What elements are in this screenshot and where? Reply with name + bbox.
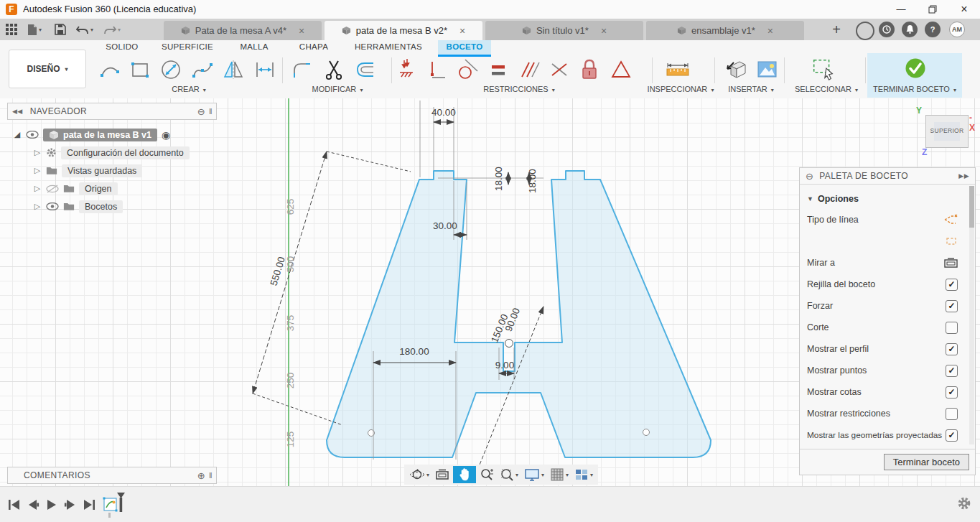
circle-tool-icon[interactable]	[157, 56, 185, 83]
ribbon-tab-herramientas[interactable]: HERRAMIENTAS	[345, 40, 432, 55]
rectangle-tool-icon[interactable]	[126, 56, 154, 83]
finish-sketch-group[interactable]: TERMINAR BOCETO ▾	[867, 53, 962, 98]
mostrar-puntos-checkbox[interactable]: ✓	[946, 365, 958, 377]
remove-panel-icon[interactable]: ⊖	[197, 106, 205, 117]
look-at-button[interactable]	[433, 466, 452, 483]
view-cube[interactable]: SUPERIOR Y -X Z	[925, 115, 969, 148]
mostrar-cotas-checkbox[interactable]: ✓	[946, 386, 958, 399]
timeline-settings-gear-icon[interactable]	[957, 496, 971, 513]
mostrar-restricciones-checkbox[interactable]	[946, 408, 958, 420]
scrollbar-thumb[interactable]	[969, 186, 974, 228]
document-node[interactable]: pata de la mesa B v1	[43, 129, 157, 141]
ribbon-tab-chapa[interactable]: CHAPA	[286, 40, 342, 55]
measure-tool-icon[interactable]	[664, 56, 691, 83]
ribbon-tab-superficie[interactable]: SUPERFICIE	[152, 40, 223, 55]
sketch-dimension-tool-icon[interactable]	[251, 56, 279, 83]
expander-icon[interactable]: ▷	[33, 148, 42, 157]
perpendicular-constraint-icon[interactable]	[546, 56, 573, 83]
job-status-icon[interactable]	[856, 22, 874, 40]
help-icon[interactable]: ?	[925, 22, 941, 37]
viewports-button[interactable]: ▾	[572, 466, 595, 483]
navigator-item-configuracion[interactable]: ▷ Configuración del documento	[7, 144, 217, 162]
sketch-point[interactable]	[643, 429, 650, 436]
restore-button[interactable]	[917, 0, 948, 19]
group-label-crear[interactable]: CREAR ▾	[96, 85, 281, 96]
grid-settings-button[interactable]: ▾	[548, 466, 571, 483]
expander-icon[interactable]: ▷	[33, 202, 42, 211]
fix-constraint-icon[interactable]	[393, 56, 421, 83]
group-label-seleccionar[interactable]: SELECCIONAR ▾	[788, 85, 865, 96]
palette-section-opciones[interactable]: ▼ Opciones	[807, 189, 968, 209]
orbit-button[interactable]: ▾	[407, 466, 431, 483]
tab-close-icon[interactable]: ×	[767, 25, 773, 37]
timeline-step-forward-button[interactable]	[62, 496, 79, 513]
undo-button[interactable]: ▾	[76, 22, 93, 37]
visibility-eye-icon[interactable]	[26, 131, 39, 139]
document-tab-3[interactable]: Sin título v1* ×	[485, 21, 643, 40]
timeline-step-back-button[interactable]	[24, 496, 42, 513]
horizontal-vertical-constraint-icon[interactable]	[424, 56, 451, 83]
group-label-modificar[interactable]: MODIFICAR ▾	[284, 85, 391, 96]
line-tool-icon[interactable]	[96, 56, 123, 83]
collapse-panel-icon[interactable]: ◀◀	[12, 108, 23, 115]
visibility-off-eye-icon[interactable]	[46, 185, 59, 193]
construction-shape-icon[interactable]	[945, 236, 958, 247]
timeline-skip-start-button[interactable]	[6, 496, 23, 513]
ribbon-tab-solido[interactable]: SOLIDO	[95, 40, 149, 55]
tab-close-icon[interactable]: ×	[299, 25, 304, 37]
root-expander-icon[interactable]: ◢	[13, 130, 22, 139]
pan-button[interactable]	[453, 466, 476, 483]
app-grid-icon[interactable]	[6, 22, 18, 37]
insert-mesh-icon[interactable]	[722, 56, 750, 83]
symmetry-constraint-icon[interactable]	[607, 56, 635, 83]
minimize-button[interactable]: —	[885, 0, 917, 19]
document-tab-4[interactable]: ensamblaje v1* ×	[646, 21, 804, 40]
comments-header[interactable]: COMENTARIOS ⊕ ‖	[7, 467, 217, 484]
linetype-icon[interactable]	[943, 214, 958, 225]
display-settings-button[interactable]: ▾	[522, 466, 546, 483]
group-label-insertar[interactable]: INSERTAR ▾	[718, 85, 784, 96]
group-label-terminar-boceto[interactable]: TERMINAR BOCETO ▾	[867, 85, 962, 96]
workspace-selector-design[interactable]: DISEÑO ▾	[9, 50, 86, 88]
rejilla-checkbox[interactable]: ✓	[946, 279, 958, 291]
offset-tool-icon[interactable]	[352, 56, 379, 83]
remove-panel-icon[interactable]: ⊖	[806, 171, 813, 182]
tab-close-icon[interactable]: ×	[459, 25, 465, 37]
parallel-constraint-icon[interactable]	[515, 56, 542, 83]
ribbon-tab-malla[interactable]: MALLA	[225, 40, 283, 55]
clock-icon[interactable]	[879, 22, 895, 37]
visibility-eye-icon[interactable]	[46, 202, 59, 210]
palette-scrollbar[interactable]	[969, 186, 974, 444]
expander-icon[interactable]: ▷	[33, 184, 42, 193]
tangent-constraint-icon[interactable]	[454, 56, 481, 83]
close-button[interactable]: ×	[948, 0, 980, 19]
new-tab-button[interactable]: +	[827, 22, 846, 39]
modeling-canvas[interactable]: 40.00 18.00 18.00 30.00 550.00 180.00 15…	[0, 98, 980, 486]
finish-sketch-icon[interactable]	[902, 55, 929, 82]
zoom-window-button[interactable]: ▾	[498, 466, 521, 483]
equal-constraint-icon[interactable]	[485, 56, 512, 83]
activate-radio-icon[interactable]: ◉	[162, 129, 170, 141]
forzar-checkbox[interactable]: ✓	[946, 300, 958, 312]
navigator-item-bocetos[interactable]: ▷ Bocetos	[7, 197, 217, 215]
file-menu-button[interactable]: ▾	[27, 22, 42, 37]
finish-sketch-button[interactable]: Terminar boceto	[884, 454, 969, 470]
save-button[interactable]	[55, 22, 66, 37]
navigator-header[interactable]: ◀◀ NAVEGADOR ⊖ ‖	[7, 103, 217, 120]
document-tab-1[interactable]: Pata de la mesa A v4* ×	[164, 21, 322, 40]
navigator-item-origen[interactable]: ▷ Origen	[7, 180, 217, 197]
ribbon-tab-boceto[interactable]: BOCETO	[438, 40, 491, 57]
select-marquee-icon[interactable]	[810, 56, 837, 83]
panel-grip-icon[interactable]: ‖	[209, 471, 213, 480]
navigator-item-vistas[interactable]: ▷ Vistas guardadas	[7, 162, 217, 180]
spline-tool-icon[interactable]	[189, 56, 216, 83]
geometrias-proyectadas-checkbox[interactable]: ✓	[946, 429, 958, 442]
notifications-bell-icon[interactable]	[902, 22, 918, 37]
group-label-inspeccionar[interactable]: INSPECCIONAR ▾	[645, 85, 717, 96]
fillet-tool-icon[interactable]	[289, 56, 316, 83]
mirror-tool-icon[interactable]	[220, 56, 247, 83]
timeline-play-button[interactable]	[43, 496, 60, 513]
canvas-image-icon[interactable]	[753, 56, 780, 83]
group-label-restricciones[interactable]: RESTRICCIONES ▾	[393, 85, 645, 96]
corte-checkbox[interactable]	[946, 322, 958, 334]
